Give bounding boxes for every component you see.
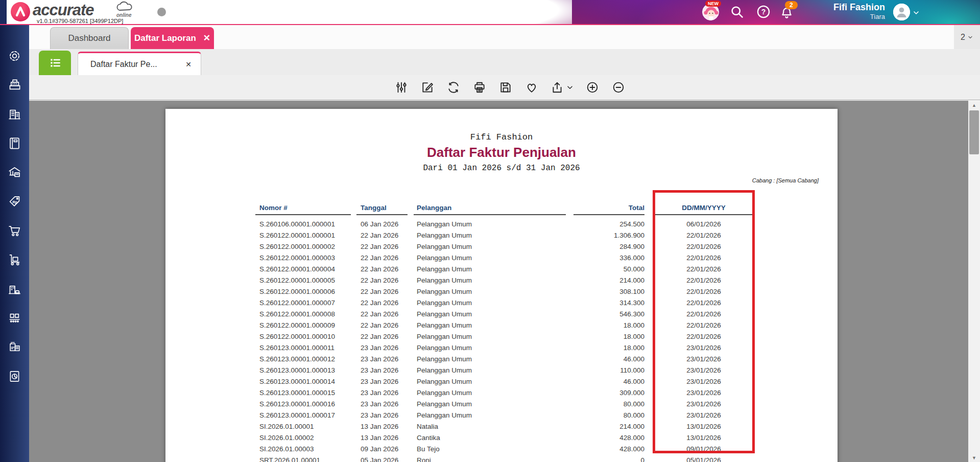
sidebar-item-purchase[interactable] xyxy=(0,219,29,243)
tab-dashboard[interactable]: Dashboard xyxy=(50,27,129,49)
cell-nomor: S.260123.00001.000012 xyxy=(255,354,351,365)
search-icon[interactable] xyxy=(730,5,744,21)
refresh-button[interactable] xyxy=(446,80,461,95)
cell-total: 0 xyxy=(573,455,644,462)
cell-pelanggan: Pelanggan Umum xyxy=(414,252,566,264)
settings-gear-icon xyxy=(8,49,21,63)
cell-nomor: S.260122.00001.000007 xyxy=(255,297,351,309)
table-row[interactable]: SI.2026.01.0000213 Jan 2026Cantika428.00… xyxy=(165,432,838,444)
table-row[interactable]: S.260122.00001.00000222 Jan 2026Pelangga… xyxy=(165,241,838,252)
help-icon[interactable]: ? xyxy=(756,5,771,21)
table-row[interactable]: S.260123.00001.00001423 Jan 2026Pelangga… xyxy=(165,376,838,387)
sidebar-item-tax[interactable]: TAX xyxy=(0,335,29,359)
cell-tanggal: 23 Jan 2026 xyxy=(356,342,408,354)
sidebar-item-fixed-asset[interactable] xyxy=(0,277,29,301)
tab-daftar-laporan-label: Daftar Laporan xyxy=(134,33,196,43)
cell-total: 428.000 xyxy=(573,432,644,444)
sidebar-item-production[interactable] xyxy=(0,306,29,330)
sidebar-item-company[interactable] xyxy=(0,102,29,126)
cell-tanggal2: 06/01/2026 xyxy=(655,219,752,230)
table-row[interactable]: SI.2026.01.0000113 Jan 2026Natalia214.00… xyxy=(165,421,838,432)
cell-pelanggan: Natalia xyxy=(414,421,566,432)
zoom-in-icon xyxy=(586,81,599,94)
table-row[interactable]: S.260122.00001.00000422 Jan 2026Pelangga… xyxy=(165,264,838,275)
scroll-up-icon[interactable]: ▲ xyxy=(968,101,980,109)
subtab-close-icon[interactable]: ✕ xyxy=(185,60,192,68)
print-button[interactable] xyxy=(472,80,487,95)
cell-total: 214.000 xyxy=(573,421,644,432)
table-row[interactable]: SRT.2026.01.0000105 Jan 2026Roni005/01/2… xyxy=(165,455,838,462)
brand-online-label: online xyxy=(116,12,131,18)
table-row[interactable]: S.260122.00001.00000522 Jan 2026Pelangga… xyxy=(165,275,838,286)
sidebar-item-cash-register[interactable] xyxy=(0,73,29,97)
status-dot xyxy=(157,8,166,16)
cell-nomor: SRT.2026.01.00001 xyxy=(255,455,351,462)
scroll-down-icon[interactable]: ▼ xyxy=(968,453,980,462)
cell-pelanggan: Pelanggan Umum xyxy=(414,275,566,286)
vertical-scrollbar[interactable]: ▲ ▼ xyxy=(968,101,980,462)
table-row[interactable]: S.260122.00001.00000122 Jan 2026Pelangga… xyxy=(165,230,838,241)
filter-settings-button[interactable] xyxy=(394,80,409,95)
sidebar-item-journal[interactable] xyxy=(0,131,29,155)
save-button[interactable] xyxy=(498,80,513,95)
cell-total: 50.000 xyxy=(573,264,644,275)
cell-tanggal2: 23/01/2026 xyxy=(655,376,752,387)
cell-total: 428.000 xyxy=(573,444,644,455)
table-row[interactable]: S.260123.00001.00001523 Jan 2026Pelangga… xyxy=(165,387,838,399)
table-row[interactable]: S.260123.00001.00001323 Jan 2026Pelangga… xyxy=(165,365,838,376)
table-row[interactable]: S.260122.00001.00000722 Jan 2026Pelangga… xyxy=(165,297,838,309)
report-branch-filter: Cabang : [Semua Cabang] xyxy=(752,177,819,183)
window-count-dropdown[interactable]: 2 xyxy=(954,25,980,49)
sidebar-item-sales[interactable]: Rp xyxy=(0,190,29,214)
tab-close-icon[interactable]: ✕ xyxy=(203,33,210,43)
sidebar-nav: Rp TAX xyxy=(0,25,29,462)
cell-total: 314.300 xyxy=(573,297,644,309)
sidebar-item-bank[interactable] xyxy=(0,160,29,184)
sidebar-item-inventory[interactable] xyxy=(0,248,29,272)
favorite-button[interactable] xyxy=(524,80,539,95)
table-row[interactable]: S.260122.00001.00000922 Jan 2026Pelangga… xyxy=(165,320,838,331)
scrollbar-thumb[interactable] xyxy=(969,110,979,154)
report-menu-button[interactable] xyxy=(39,51,71,75)
table-row[interactable]: S.260123.00001.00001623 Jan 2026Pelangga… xyxy=(165,399,838,410)
notification-count-badge[interactable]: 2 xyxy=(785,1,798,9)
edit-button[interactable] xyxy=(420,80,435,95)
cell-nomor: S.260122.00001.000004 xyxy=(255,264,351,275)
export-button[interactable] xyxy=(551,81,573,94)
company-buildings-icon xyxy=(8,107,21,121)
table-row[interactable]: S.260106.00001.00000106 Jan 2026Pelangga… xyxy=(165,219,838,230)
report-title: Daftar Faktur Penjualan xyxy=(165,145,838,160)
cell-nomor: S.260106.00001.000001 xyxy=(255,219,351,230)
user-name: Tiara xyxy=(833,13,885,21)
cell-pelanggan: Pelanggan Umum xyxy=(414,241,566,252)
table-row[interactable]: S.260123.00001.00001723 Jan 2026Pelangga… xyxy=(165,410,838,421)
heart-icon xyxy=(525,81,538,94)
sliders-icon xyxy=(395,81,408,94)
zoom-out-button[interactable] xyxy=(611,80,626,95)
user-menu-chevron-icon[interactable] xyxy=(912,9,920,19)
accurate-logo-icon[interactable] xyxy=(11,2,30,21)
zoom-in-button[interactable] xyxy=(585,80,600,95)
sidebar-item-settings[interactable] xyxy=(0,44,29,68)
cell-nomor: S.260122.00001.000009 xyxy=(255,320,351,331)
tab-daftar-laporan[interactable]: Daftar Laporan ✕ xyxy=(131,27,214,49)
table-row[interactable]: S.260123.00001.00001123 Jan 2026Pelangga… xyxy=(165,342,838,354)
save-floppy-icon xyxy=(499,81,512,94)
cell-tanggal: 22 Jan 2026 xyxy=(356,264,408,275)
user-info[interactable]: Fifi Fashion Tiara xyxy=(833,2,885,21)
purchase-cart-icon xyxy=(8,224,21,238)
main-tab-bar: Dashboard Daftar Laporan ✕ 2 xyxy=(29,25,980,49)
column-header-tanggal: Tanggal xyxy=(356,204,408,215)
table-row[interactable]: S.260122.00001.00000822 Jan 2026Pelangga… xyxy=(165,309,838,320)
table-row[interactable]: SI.2026.01.0000309 Jan 2026Bu Tejo428.00… xyxy=(165,444,838,455)
table-row[interactable]: S.260123.00001.00001223 Jan 2026Pelangga… xyxy=(165,354,838,365)
table-row[interactable]: S.260122.00001.00001022 Jan 2026Pelangga… xyxy=(165,331,838,342)
chevron-down-icon xyxy=(967,34,973,40)
cell-tanggal: 22 Jan 2026 xyxy=(356,241,408,252)
cell-tanggal2: 23/01/2026 xyxy=(655,354,752,365)
table-row[interactable]: S.260122.00001.00000622 Jan 2026Pelangga… xyxy=(165,286,838,297)
user-avatar[interactable] xyxy=(893,4,910,20)
sidebar-item-reports[interactable] xyxy=(0,364,29,388)
table-row[interactable]: S.260122.00001.00000322 Jan 2026Pelangga… xyxy=(165,252,838,264)
subtab-daftar-faktur[interactable]: Daftar Faktur Pe... ✕ xyxy=(78,52,201,75)
